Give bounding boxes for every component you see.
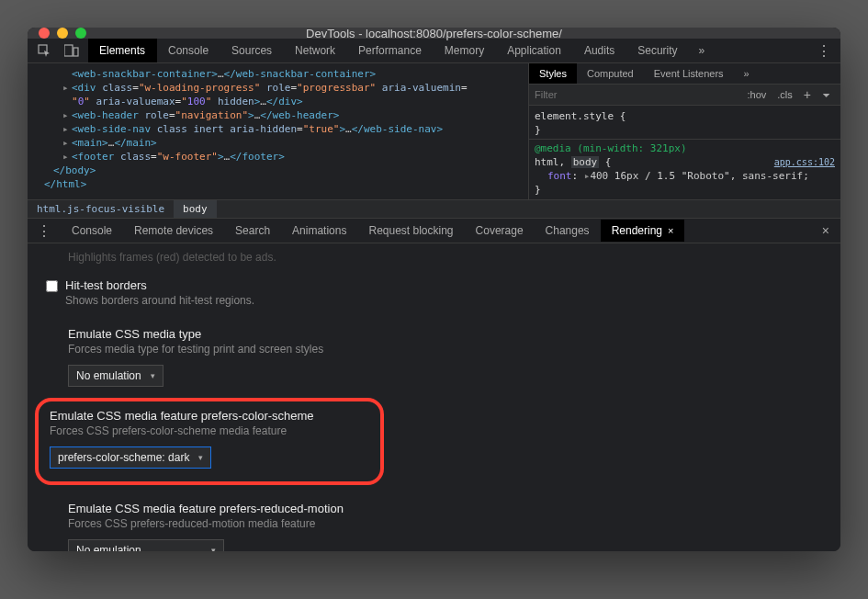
more-styles-tabs-icon[interactable]: » bbox=[734, 63, 760, 84]
css-property: font bbox=[547, 170, 572, 182]
setting-hit-test: Hit-test borders Shows borders around hi… bbox=[46, 275, 822, 323]
more-tabs-icon[interactable]: » bbox=[690, 39, 715, 62]
drawer-tabs: ⋮ Console Remote devices Search Animatio… bbox=[28, 219, 840, 243]
drawer-tab-console[interactable]: Console bbox=[61, 220, 123, 242]
main-toolbar: Elements Console Sources Network Perform… bbox=[28, 39, 840, 63]
drawer-tab-remote[interactable]: Remote devices bbox=[123, 220, 224, 242]
drawer-tab-search[interactable]: Search bbox=[224, 220, 281, 242]
styles-filter-row: :hov .cls + ⏷ bbox=[529, 85, 840, 106]
brace: } bbox=[535, 124, 541, 136]
pcs-value: prefers-color-scheme: dark bbox=[58, 451, 189, 464]
faded-prev-setting: Highlights frames (red) detected to be a… bbox=[46, 249, 822, 275]
chevron-down-icon: ▾ bbox=[198, 453, 203, 462]
css-value: 400 16px / 1.5 "Roboto", sans-serif; bbox=[590, 170, 808, 182]
drawer-menu-icon[interactable]: ⋮ bbox=[28, 219, 61, 243]
device-toolbar-icon[interactable] bbox=[61, 41, 83, 60]
prm-title: Emulate CSS media feature prefers-reduce… bbox=[68, 502, 822, 515]
tab-elements[interactable]: Elements bbox=[88, 39, 157, 62]
tab-audits[interactable]: Audits bbox=[573, 39, 626, 62]
close-tab-icon[interactable]: × bbox=[668, 225, 673, 236]
brace: } bbox=[535, 184, 541, 196]
media-type-value: No emulation bbox=[76, 369, 141, 382]
hit-test-sub: Shows borders around hit-test regions. bbox=[65, 294, 254, 307]
setting-media-type: Emulate CSS media type Forces media type… bbox=[46, 323, 822, 403]
styles-body[interactable]: element.style { } @media (min-width: 321… bbox=[529, 106, 840, 202]
tab-performance[interactable]: Performance bbox=[347, 39, 434, 62]
styles-filter-input[interactable] bbox=[535, 89, 744, 100]
minimize-window-button[interactable] bbox=[57, 28, 68, 39]
chevron-down-icon: ▾ bbox=[211, 546, 216, 551]
svg-rect-1 bbox=[64, 45, 73, 56]
main-menu-icon[interactable]: ⋮ bbox=[807, 37, 840, 65]
styles-tab[interactable]: Styles bbox=[529, 63, 577, 84]
main-tabs: Elements Console Sources Network Perform… bbox=[88, 39, 807, 62]
tab-memory[interactable]: Memory bbox=[434, 39, 496, 62]
drawer-close-icon[interactable]: × bbox=[811, 220, 840, 242]
main-split: <web-snackbar-container>…</web-snackbar-… bbox=[28, 63, 840, 199]
prm-value: No emulation bbox=[76, 544, 141, 551]
element-style-selector: element.style { bbox=[535, 110, 626, 122]
titlebar: DevTools - localhost:8080/prefers-color-… bbox=[28, 28, 840, 39]
window-title: DevTools - localhost:8080/prefers-color-… bbox=[28, 28, 840, 40]
event-listeners-tab[interactable]: Event Listeners bbox=[644, 63, 734, 84]
drawer-tab-request-blocking[interactable]: Request blocking bbox=[357, 220, 464, 242]
pcs-select[interactable]: prefers-color-scheme: dark ▾ bbox=[50, 446, 211, 469]
chevron-down-icon: ▾ bbox=[151, 371, 155, 380]
source-link[interactable]: app.css:102 bbox=[774, 155, 835, 169]
svg-rect-2 bbox=[73, 48, 78, 56]
devtools-window: DevTools - localhost:8080/prefers-color-… bbox=[28, 28, 840, 551]
tab-console[interactable]: Console bbox=[157, 39, 220, 62]
tab-application[interactable]: Application bbox=[496, 39, 573, 62]
crumb-body[interactable]: body bbox=[174, 200, 217, 218]
computed-tab[interactable]: Computed bbox=[577, 63, 644, 84]
hit-test-checkbox[interactable] bbox=[46, 280, 58, 292]
traffic-lights bbox=[39, 28, 86, 39]
media-query: @media (min-width: 321px) bbox=[535, 142, 687, 154]
pcs-title: Emulate CSS media feature prefers-color-… bbox=[50, 409, 369, 423]
close-window-button[interactable] bbox=[39, 28, 50, 39]
media-type-select[interactable]: No emulation ▾ bbox=[68, 365, 163, 387]
styles-panel: Styles Computed Event Listeners » :hov .… bbox=[528, 63, 840, 199]
cls-toggle[interactable]: .cls bbox=[773, 88, 796, 101]
drawer-tab-changes[interactable]: Changes bbox=[535, 220, 601, 242]
highlighted-setting: Emulate CSS media feature prefers-color-… bbox=[35, 398, 384, 485]
elements-tree[interactable]: <web-snackbar-container>…</web-snackbar-… bbox=[28, 63, 528, 199]
maximize-window-button[interactable] bbox=[75, 28, 86, 39]
drawer-tab-animations[interactable]: Animations bbox=[281, 220, 357, 242]
media-type-title: Emulate CSS media type bbox=[68, 327, 822, 341]
rendering-panel: Highlights frames (red) detected to be a… bbox=[28, 243, 840, 551]
tab-network[interactable]: Network bbox=[284, 39, 347, 62]
prm-select[interactable]: No emulation ▾ bbox=[68, 539, 224, 551]
new-style-rule-icon[interactable]: + bbox=[800, 87, 815, 102]
hit-test-title: Hit-test borders bbox=[65, 278, 254, 292]
tab-security[interactable]: Security bbox=[626, 39, 689, 62]
pcs-sub: Forces CSS prefers-color-scheme media fe… bbox=[50, 424, 369, 437]
drawer-tab-coverage[interactable]: Coverage bbox=[465, 220, 535, 242]
crumb-html[interactable]: html.js-focus-visible bbox=[28, 200, 174, 218]
prm-sub: Forces CSS prefers-reduced-motion media … bbox=[68, 517, 822, 530]
inspect-element-icon[interactable] bbox=[33, 41, 55, 60]
hov-toggle[interactable]: :hov bbox=[744, 88, 771, 101]
drawer: ⋮ Console Remote devices Search Animatio… bbox=[28, 218, 840, 551]
styles-more-icon[interactable]: ⏷ bbox=[818, 90, 835, 100]
styles-tabs: Styles Computed Event Listeners » bbox=[529, 63, 840, 85]
breadcrumb: html.js-focus-visible body bbox=[28, 199, 840, 218]
drawer-tab-rendering[interactable]: Rendering× bbox=[601, 220, 685, 242]
tab-sources[interactable]: Sources bbox=[220, 39, 284, 62]
setting-reduced-motion: Emulate CSS media feature prefers-reduce… bbox=[46, 498, 822, 551]
media-type-sub: Forces media type for testing print and … bbox=[68, 343, 822, 356]
